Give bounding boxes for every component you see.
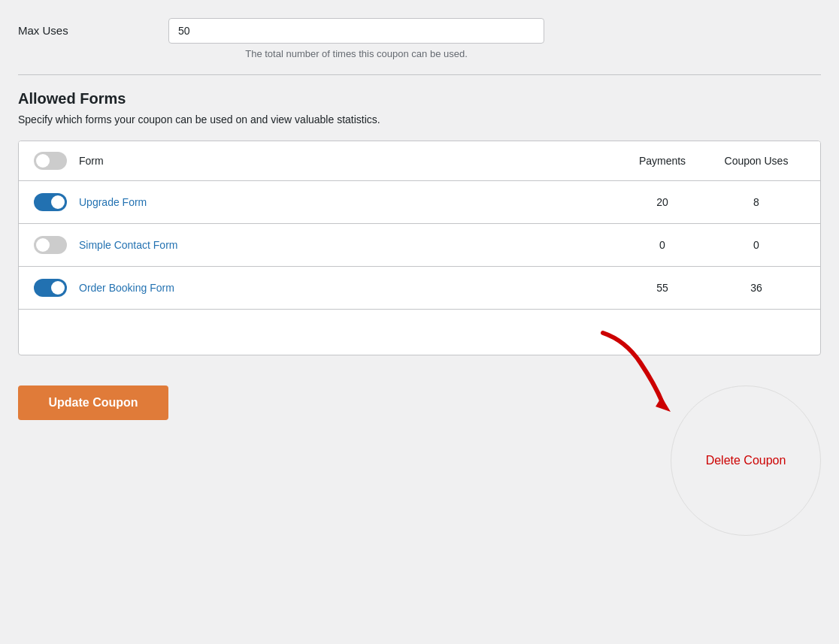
- upgrade-form-payments: 20: [617, 196, 707, 208]
- delete-coupon-link[interactable]: Delete Coupon: [706, 454, 786, 467]
- table-row: Order Booking Form 55 36: [19, 267, 820, 310]
- table-row: Simple Contact Form 0 0: [19, 224, 820, 267]
- simple-contact-form-toggle[interactable]: [34, 236, 67, 254]
- max-uses-input[interactable]: [168, 18, 544, 44]
- page-container: Max Uses The total number of times this …: [0, 0, 839, 644]
- simple-contact-form-coupon-uses: 0: [707, 239, 805, 251]
- row-form-col: Upgrade Form: [34, 193, 617, 211]
- allowed-forms-description: Specify which forms your coupon can be u…: [18, 113, 821, 125]
- header-toggle[interactable]: [34, 152, 67, 170]
- order-booking-form-toggle-slider: [34, 279, 67, 297]
- order-booking-form-link[interactable]: Order Booking Form: [79, 282, 174, 294]
- order-booking-form-coupon-uses: 36: [707, 282, 805, 294]
- forms-table: Form Payments Coupon Uses Upgrade Form 2…: [18, 141, 821, 355]
- header-toggle-slider: [34, 152, 67, 170]
- header-form-label: Form: [79, 155, 104, 167]
- page-footer: Update Coupon Delete Coupon: [18, 370, 821, 558]
- max-uses-help: The total number of times this coupon ca…: [168, 48, 544, 59]
- upgrade-form-toggle-slider: [34, 193, 67, 211]
- table-empty-row: [19, 310, 820, 355]
- order-booking-form-toggle[interactable]: [34, 279, 67, 297]
- delete-area: Delete Coupon: [671, 385, 821, 536]
- upgrade-form-coupon-uses: 8: [707, 196, 805, 208]
- table-row: Upgrade Form 20 8: [19, 181, 820, 224]
- header-form-col: Form: [34, 152, 617, 170]
- row-form-col: Simple Contact Form: [34, 236, 617, 254]
- allowed-forms-section: Allowed Forms Specify which forms your c…: [18, 90, 821, 355]
- upgrade-form-toggle[interactable]: [34, 193, 67, 211]
- simple-contact-form-link[interactable]: Simple Contact Form: [79, 239, 177, 251]
- header-payments-col: Payments: [617, 155, 707, 167]
- update-coupon-button[interactable]: Update Coupon: [18, 385, 168, 420]
- max-uses-label: Max Uses: [18, 18, 138, 37]
- delete-coupon-circle: Delete Coupon: [671, 385, 821, 536]
- simple-contact-form-toggle-slider: [34, 236, 67, 254]
- max-uses-input-group: The total number of times this coupon ca…: [168, 18, 544, 59]
- upgrade-form-link[interactable]: Upgrade Form: [79, 196, 147, 208]
- row-form-col: Order Booking Form: [34, 279, 617, 297]
- header-coupon-uses-col: Coupon Uses: [707, 155, 805, 167]
- table-header: Form Payments Coupon Uses: [19, 141, 820, 181]
- svg-marker-0: [656, 397, 671, 412]
- section-divider: [18, 74, 821, 75]
- order-booking-form-payments: 55: [617, 282, 707, 294]
- simple-contact-form-payments: 0: [617, 239, 707, 251]
- max-uses-field: Max Uses The total number of times this …: [18, 18, 821, 59]
- allowed-forms-title: Allowed Forms: [18, 90, 821, 107]
